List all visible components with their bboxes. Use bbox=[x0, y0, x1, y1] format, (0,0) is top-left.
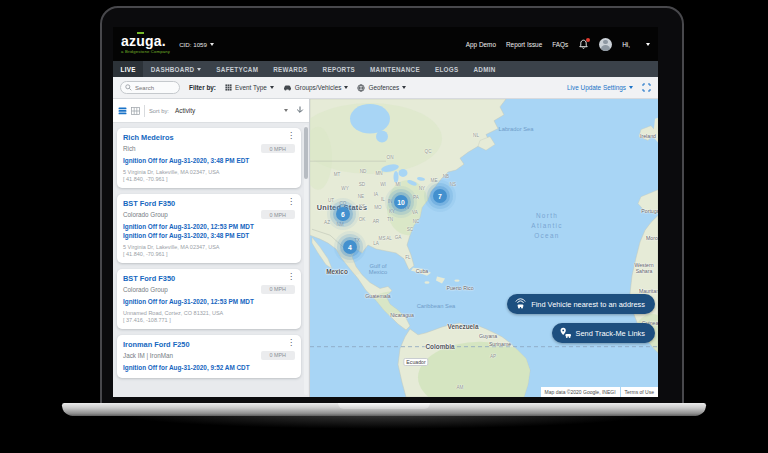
card-menu-icon[interactable] bbox=[287, 133, 295, 139]
list-view-icon[interactable] bbox=[118, 107, 127, 115]
faqs-link[interactable]: FAQs bbox=[552, 41, 568, 48]
event-type-label: Event Type bbox=[235, 84, 267, 91]
cluster-count: 4 bbox=[348, 244, 352, 251]
map-cluster-marker[interactable]: 7 bbox=[433, 189, 447, 203]
app-header: azuga. a Bridgestone Company CID: 1059 A… bbox=[113, 27, 658, 61]
nav-label: ELOGS bbox=[435, 66, 459, 73]
nav-tab-safetycam[interactable]: SAFETYCAM bbox=[209, 61, 266, 77]
chevron-down-icon bbox=[629, 86, 633, 89]
vehicle-group: Colorado Group bbox=[123, 211, 168, 218]
map-cluster-marker[interactable]: 6 bbox=[336, 207, 350, 221]
cluster-count: 7 bbox=[438, 193, 442, 200]
geofences-label: Geofences bbox=[368, 84, 399, 91]
main-nav: LIVE DASHBOARD SAFETYCAM REWARDS REPORTS… bbox=[113, 61, 658, 77]
laptop-mockup: azuga. a Bridgestone Company CID: 1059 A… bbox=[0, 0, 768, 453]
chevron-down-icon bbox=[197, 68, 201, 71]
vehicle-coords: [ 37.416, -108.771 ] bbox=[123, 317, 295, 323]
live-update-label: Live Update Settings bbox=[567, 84, 626, 91]
user-avatar[interactable] bbox=[599, 38, 612, 51]
card-menu-icon[interactable] bbox=[287, 274, 295, 280]
sort-select[interactable]: Activity bbox=[173, 107, 280, 114]
vehicle-name[interactable]: BST Ford F350 bbox=[123, 274, 175, 283]
event-type-dropdown[interactable]: Event Type bbox=[225, 84, 274, 91]
nav-tab-admin[interactable]: ADMIN bbox=[466, 61, 503, 77]
chevron-down-icon[interactable] bbox=[284, 109, 288, 112]
card-menu-icon[interactable] bbox=[287, 199, 295, 205]
vehicle-event: Ignition Off for Aug-31-2020, 3:48 PM ED… bbox=[123, 232, 273, 240]
filter-by-label: Filter by: bbox=[189, 84, 216, 91]
find-vehicle-label: Find Vehicle nearest to an address bbox=[531, 300, 645, 309]
map-cluster-marker[interactable]: 10 bbox=[394, 195, 408, 209]
nav-label: REWARDS bbox=[273, 66, 307, 73]
app-demo-link[interactable]: App Demo bbox=[466, 41, 496, 48]
vehicle-event: Ignition Off for Aug-31-2020, 12:53 PM M… bbox=[123, 298, 273, 306]
sort-bar: Sort by: Activity bbox=[113, 99, 309, 123]
vehicle-coords: [ 41.840, -70.961 ] bbox=[123, 176, 295, 182]
pin-vehicle-icon bbox=[559, 327, 572, 339]
send-track-me-links-button[interactable]: Send Track-Me Links bbox=[552, 323, 655, 343]
search-icon bbox=[125, 84, 132, 91]
vehicle-card[interactable]: Rich Medeiros Rich 0 MPH Ignition Off fo… bbox=[117, 128, 301, 188]
cluster-count: 6 bbox=[341, 211, 345, 218]
map-cluster-marker[interactable]: 4 bbox=[343, 240, 357, 254]
nav-label: ADMIN bbox=[473, 66, 495, 73]
nav-label: REPORTS bbox=[323, 66, 356, 73]
account-menu-chevron-icon[interactable] bbox=[646, 43, 650, 46]
nav-tab-live[interactable]: LIVE bbox=[113, 61, 143, 77]
groups-vehicles-label: Groups/Vehicles bbox=[295, 84, 342, 91]
logo-subtitle: a Bridgestone Company bbox=[121, 50, 170, 54]
terms-of-use-link[interactable]: Terms of Use bbox=[621, 387, 658, 397]
search-input[interactable] bbox=[135, 85, 175, 91]
search-box[interactable] bbox=[120, 81, 180, 94]
nav-tab-elogs[interactable]: ELOGS bbox=[427, 61, 466, 77]
vehicle-name[interactable]: Ironman Ford F250 bbox=[123, 340, 190, 349]
vehicle-card[interactable]: BST Ford F350 Colorado Group 0 MPH Ignit… bbox=[117, 269, 301, 329]
nav-tab-reports[interactable]: REPORTS bbox=[315, 61, 363, 77]
cluster-count: 10 bbox=[397, 199, 405, 206]
grid-icon bbox=[225, 84, 232, 91]
filter-bar: Filter by: Event Type bbox=[113, 77, 658, 99]
grid-view-icon[interactable] bbox=[131, 107, 140, 115]
azuga-logo: azuga. a Bridgestone Company bbox=[121, 34, 170, 54]
find-vehicle-button[interactable]: Find Vehicle nearest to an address bbox=[507, 294, 655, 314]
vehicle-address: Unnamed Road, Cortez, CO 81321, USA bbox=[123, 310, 295, 317]
fullscreen-icon[interactable] bbox=[642, 83, 651, 92]
nav-label: LIVE bbox=[121, 66, 136, 73]
cid-dropdown[interactable]: CID: 1059 bbox=[179, 41, 214, 48]
vehicle-event: Ignition Off for Aug-31-2020, 12:53 PM M… bbox=[123, 223, 273, 231]
speed-badge: 0 MPH bbox=[261, 144, 295, 153]
panel-scrollbar-thumb[interactable] bbox=[304, 127, 308, 179]
vehicle-card[interactable]: BST Ford F350 Colorado Group 0 MPH Ignit… bbox=[117, 194, 301, 263]
vehicle-name[interactable]: Rich Medeiros bbox=[123, 133, 174, 142]
vehicle-address: 5 Virginia Dr, Lakeville, MA 02347, USA bbox=[123, 169, 295, 176]
track-me-label: Send Track-Me Links bbox=[576, 329, 645, 338]
card-menu-icon[interactable] bbox=[287, 340, 295, 346]
groups-vehicles-dropdown[interactable]: Groups/Vehicles bbox=[283, 84, 349, 91]
chevron-down-icon bbox=[344, 86, 348, 89]
nav-label: MAINTENANCE bbox=[370, 66, 420, 73]
nav-tab-dashboard[interactable]: DASHBOARD bbox=[143, 61, 209, 77]
map-clusters: 61074 bbox=[310, 99, 658, 397]
greeting-text: Hi, bbox=[622, 41, 630, 48]
logo-text-end: ga. bbox=[145, 33, 166, 49]
vehicle-group: Rich bbox=[123, 145, 136, 152]
download-icon[interactable] bbox=[296, 106, 304, 115]
chevron-down-icon bbox=[270, 86, 274, 89]
nav-tab-rewards[interactable]: REWARDS bbox=[266, 61, 315, 77]
geofences-dropdown[interactable]: Geofences bbox=[357, 84, 406, 92]
live-update-settings[interactable]: Live Update Settings bbox=[567, 84, 633, 91]
notification-badge bbox=[586, 38, 591, 43]
map-canvas[interactable]: Labrador SeaNLIrelandNorth Atlantic Ocea… bbox=[310, 99, 658, 397]
speed-badge: 0 MPH bbox=[261, 285, 295, 294]
report-issue-link[interactable]: Report Issue bbox=[506, 41, 542, 48]
vehicle-coords: [ 41.840, -70.961 ] bbox=[123, 251, 295, 257]
vehicle-card[interactable]: Ironman Ford F250 Jack IM | IronMan 0 MP… bbox=[117, 335, 301, 378]
nav-tab-maintenance[interactable]: MAINTENANCE bbox=[363, 61, 428, 77]
vehicle-address: 5 Virginia Dr, Lakeville, MA 02347, USA bbox=[123, 244, 295, 251]
vehicle-group: Jack IM | IronMan bbox=[123, 352, 173, 359]
chevron-down-icon bbox=[210, 43, 214, 46]
attribution-text: Map data ©2020 Google, INEGI bbox=[541, 387, 620, 397]
notifications-button[interactable] bbox=[578, 39, 589, 50]
vehicle-name[interactable]: BST Ford F350 bbox=[123, 199, 175, 208]
vehicle-icon bbox=[283, 84, 292, 91]
